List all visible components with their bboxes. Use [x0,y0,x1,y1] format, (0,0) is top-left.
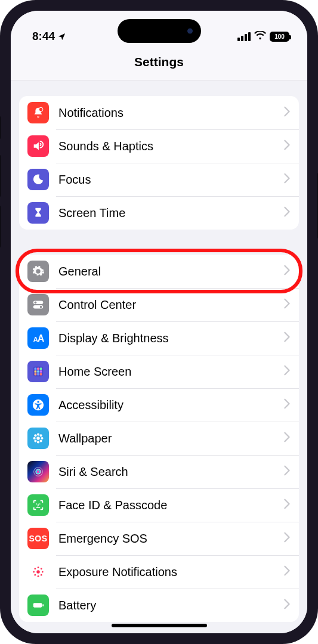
toggles-icon [27,294,49,315]
row-label: Exposure Notifications [58,565,283,579]
group-general: GeneralControl CenterAADisplay & Brightn… [19,255,299,622]
svg-point-1 [39,108,43,112]
row-label: Home Screen [58,365,283,379]
cellular-icon [237,32,251,41]
group-attention: NotificationsSounds & HapticsFocusScreen… [19,96,299,230]
settings-row-display[interactable]: AADisplay & Brightness [19,321,299,355]
svg-rect-45 [42,604,44,606]
gear-icon [27,261,49,282]
settings-row-general[interactable]: General [19,255,299,288]
svg-point-41 [41,568,42,569]
svg-point-38 [33,571,35,573]
chevron-right-icon [283,265,291,278]
chevron-right-icon [283,173,291,186]
app-grid-icon [27,361,49,382]
chevron-right-icon [283,365,291,378]
settings-scroll[interactable]: NotificationsSounds & HapticsFocusScreen… [11,80,307,633]
svg-point-3 [35,302,37,304]
svg-point-26 [39,434,42,436]
mute-switch [0,116,1,139]
hourglass-icon [27,202,49,224]
settings-row-wallpaper[interactable]: Wallpaper [19,422,299,455]
settings-row-accessibility[interactable]: Accessibility [19,388,299,422]
settings-row-controlcenter[interactable]: Control Center [19,288,299,321]
text-size-icon: AA [27,327,49,349]
chevron-right-icon [283,532,291,545]
screen: 8:44 100 Settings NotificationsSounds & … [11,11,307,633]
svg-point-32 [37,470,40,473]
chevron-right-icon [283,565,291,578]
chevron-right-icon [283,398,291,411]
battery-level: 100 [274,33,285,40]
svg-rect-16 [37,373,39,376]
row-label: Emergency SOS [58,532,283,546]
svg-point-22 [37,441,39,443]
chevron-right-icon [283,599,291,612]
chevron-right-icon [283,298,291,311]
row-label: General [58,265,283,278]
bell-badge-icon [27,102,49,123]
svg-point-37 [38,575,39,577]
row-label: Siri & Search [58,465,283,479]
dynamic-island [118,19,201,43]
svg-rect-44 [33,603,42,607]
row-label: Notifications [58,106,283,120]
svg-point-20 [36,436,40,440]
row-label: Wallpaper [58,432,283,445]
settings-row-sounds[interactable]: Sounds & Haptics [19,129,299,163]
svg-point-28 [39,439,42,442]
svg-point-24 [41,437,43,439]
svg-point-23 [33,437,35,439]
settings-row-sos[interactable]: SOSEmergency SOS [19,522,299,555]
chevron-right-icon [283,465,291,478]
status-time: 8:44 [32,30,55,43]
phone-frame: 8:44 100 Settings NotificationsSounds & … [0,0,318,644]
battery-icon: 100 [270,32,289,42]
settings-row-homescreen[interactable]: Home Screen [19,355,299,388]
svg-point-25 [34,434,36,436]
siri-icon [27,461,49,482]
moon-icon [27,169,49,190]
svg-rect-11 [40,368,42,370]
settings-row-notifications[interactable]: Notifications [19,96,299,129]
settings-row-battery[interactable]: Battery [19,589,299,622]
svg-point-19 [37,401,39,402]
chevron-right-icon [283,432,291,445]
settings-row-siri[interactable]: Siri & Search [19,455,299,488]
svg-point-35 [36,570,40,574]
svg-rect-9 [35,368,37,370]
chevron-right-icon [283,140,291,153]
chevron-right-icon [283,499,291,512]
row-label: Sounds & Haptics [58,140,283,153]
speaker-icon [27,135,49,157]
exposure-icon [27,561,49,583]
svg-point-42 [34,574,36,576]
svg-text:A: A [38,333,44,343]
settings-row-focus[interactable]: Focus [19,163,299,196]
faceid-icon [27,494,49,516]
row-label: Face ID & Passcode [58,499,283,512]
svg-point-43 [41,574,42,576]
sos-icon: SOS [27,528,49,549]
row-label: Accessibility [58,398,283,412]
home-indicator[interactable] [112,624,207,627]
svg-point-39 [42,571,44,573]
page-title: Settings [11,45,307,80]
settings-row-faceid[interactable]: Face ID & Passcode [19,488,299,522]
volume-down-button [0,206,1,247]
svg-rect-10 [37,368,39,370]
accessibility-icon [27,394,49,416]
row-label: Screen Time [58,206,283,220]
location-icon [57,32,66,41]
flower-icon [27,428,49,449]
svg-point-34 [39,503,41,504]
settings-row-screentime[interactable]: Screen Time [19,196,299,230]
row-label: Display & Brightness [58,332,283,345]
wifi-icon [254,30,266,43]
svg-rect-14 [40,370,42,373]
svg-rect-17 [40,373,42,376]
svg-rect-15 [35,373,37,376]
row-label: Focus [58,173,283,187]
settings-row-exposure[interactable]: Exposure Notifications [19,555,299,589]
svg-point-21 [37,433,39,435]
